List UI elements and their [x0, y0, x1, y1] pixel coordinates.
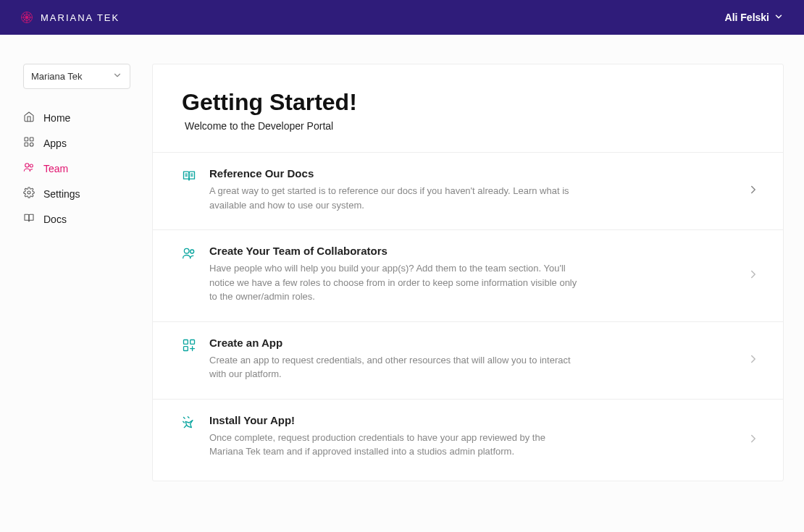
gear-icon [23, 187, 35, 200]
app-header: MARIANA TEK Ali Felski [0, 0, 804, 35]
card-title: Reference Our Docs [209, 167, 579, 180]
card-desc: A great way to get started is to referen… [209, 184, 579, 212]
sidebar-item-label: Docs [43, 214, 67, 225]
sidebar: Mariana Tek Home Apps [23, 64, 130, 481]
card-body: Create Your Team of Collaborators Have p… [209, 245, 579, 304]
sidebar-item-settings[interactable]: Settings [23, 181, 130, 206]
page-subtitle: Welcome to the Developer Portal [182, 120, 754, 132]
card-desc: Create an app to request credentials, an… [209, 353, 579, 381]
chevron-right-icon [747, 268, 760, 284]
card-install-app[interactable]: Install Your App! Once complete, request… [153, 400, 783, 481]
svg-rect-9 [25, 143, 28, 146]
sidebar-item-docs[interactable]: Docs [23, 206, 130, 232]
sidebar-item-team[interactable]: Team [23, 156, 130, 181]
svg-point-13 [28, 191, 30, 194]
home-icon [23, 111, 35, 124]
card-body: Install Your App! Once complete, request… [209, 414, 579, 459]
page-title: Getting Started! [182, 89, 754, 116]
layout: Mariana Tek Home Apps [0, 35, 804, 481]
svg-point-18 [184, 248, 189, 253]
docs-card-icon [182, 169, 196, 186]
svg-line-25 [183, 421, 185, 423]
svg-point-10 [30, 143, 33, 146]
team-card-icon [182, 246, 196, 263]
sidebar-item-home[interactable]: Home [23, 105, 130, 130]
app-card-icon [182, 338, 196, 355]
card-desc: Once complete, request production creden… [209, 431, 579, 459]
brand-logo-icon [20, 11, 33, 24]
svg-point-19 [190, 250, 194, 253]
chevron-right-icon [747, 183, 760, 199]
card-body: Create an App Create an app to request c… [209, 337, 579, 381]
chevron-down-icon [774, 12, 784, 24]
brand: MARIANA TEK [20, 11, 120, 24]
card-title: Install Your App! [209, 414, 579, 426]
card-create-app[interactable]: Create an App Create an app to request c… [153, 322, 783, 400]
user-menu[interactable]: Ali Felski [725, 12, 784, 24]
sidebar-item-label: Team [43, 163, 68, 174]
svg-rect-22 [184, 346, 188, 350]
svg-point-11 [25, 164, 29, 167]
book-icon [23, 212, 35, 226]
sidebar-item-label: Settings [43, 188, 80, 200]
org-select[interactable]: Mariana Tek [23, 64, 130, 89]
apps-icon [23, 136, 35, 150]
chevron-right-icon [747, 432, 760, 448]
onboarding-card-list: Reference Our Docs A great way to get st… [153, 152, 783, 481]
svg-point-12 [30, 164, 33, 167]
svg-rect-8 [30, 138, 33, 141]
sidebar-nav: Home Apps Team Settings [23, 105, 130, 232]
card-create-team[interactable]: Create Your Team of Collaborators Have p… [153, 230, 783, 322]
svg-rect-21 [190, 339, 195, 344]
card-desc: Have people who will help you build your… [209, 261, 579, 304]
svg-line-26 [188, 416, 189, 418]
sidebar-item-apps[interactable]: Apps [23, 130, 130, 156]
team-icon [23, 161, 35, 175]
main-content: Getting Started! Welcome to the Develope… [152, 64, 784, 481]
card-body: Reference Our Docs A great way to get st… [209, 167, 579, 212]
svg-line-27 [184, 417, 185, 418]
org-selected-label: Mariana Tek [31, 71, 83, 82]
main-header: Getting Started! Welcome to the Develope… [153, 64, 783, 152]
install-card-icon [182, 415, 196, 433]
brand-name: MARIANA TEK [41, 12, 120, 23]
sidebar-item-label: Home [43, 112, 70, 124]
user-name: Ali Felski [725, 12, 769, 23]
chevron-right-icon [747, 352, 760, 368]
svg-rect-7 [25, 138, 28, 141]
chevron-down-icon [112, 70, 122, 83]
svg-rect-20 [184, 339, 188, 344]
card-reference-docs[interactable]: Reference Our Docs A great way to get st… [153, 153, 783, 230]
card-title: Create Your Team of Collaborators [209, 245, 579, 257]
sidebar-item-label: Apps [43, 138, 67, 149]
card-title: Create an App [209, 337, 579, 349]
